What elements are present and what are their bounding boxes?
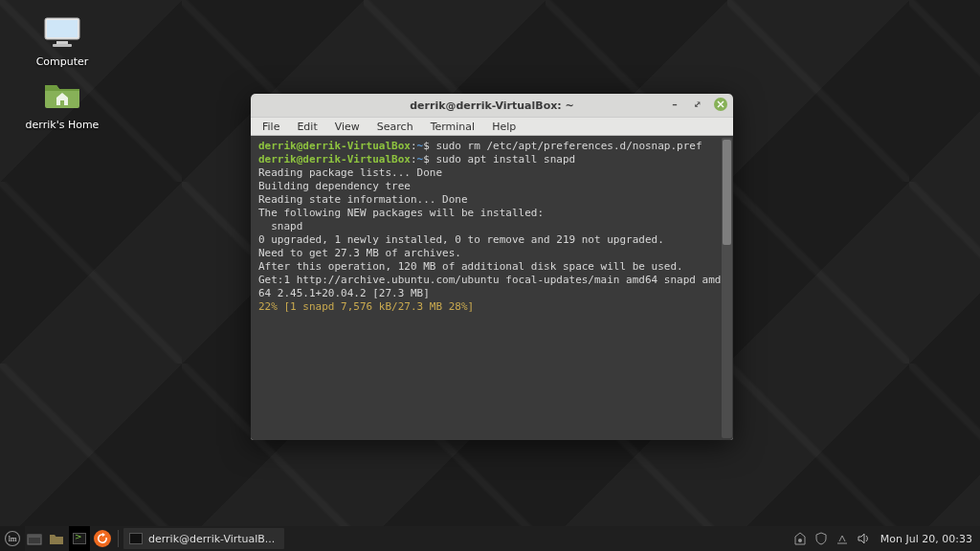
menu-view[interactable]: View [327,119,368,135]
window-titlebar[interactable]: derrik@derrik-VirtualBox: ~ – ⤢ [251,94,733,117]
terminal-launcher[interactable] [69,526,90,551]
menu-help[interactable]: Help [484,119,523,135]
folder-icon [42,77,82,115]
scrollbar[interactable] [722,138,732,438]
terminal-output: derrik@derrik-VirtualBox:~$ sudo rm /etc… [258,140,727,314]
close-button[interactable] [714,98,727,111]
update-manager-launcher[interactable] [94,530,111,547]
svg-text:lm: lm [9,535,17,543]
tray-shield-icon[interactable] [813,531,829,546]
terminal-body[interactable]: derrik@derrik-VirtualBox:~$ sudo rm /etc… [251,136,733,440]
svg-rect-2 [56,41,68,44]
taskbar: lm derrik@derrik-VirtualB... [0,526,980,551]
computer-icon [42,13,82,52]
desktop-icon-label: derrik's Home [21,119,103,131]
start-menu-button[interactable]: lm [0,526,25,551]
svg-rect-7 [28,535,41,538]
tray-network-icon[interactable] [835,531,850,546]
menu-file[interactable]: File [255,119,287,135]
desktop-icon-label: Computer [21,55,103,68]
tray-update-icon[interactable] [792,531,808,546]
taskbar-left: lm derrik@derrik-VirtualB... [0,526,284,551]
svg-rect-1 [47,20,78,37]
taskbar-window-label: derrik@derrik-VirtualB... [148,533,275,545]
window-title: derrik@derrik-VirtualBox: ~ [410,99,574,112]
taskbar-clock[interactable]: Mon Jul 20, 00:33 [880,533,972,545]
system-tray: Mon Jul 20, 00:33 [792,526,980,551]
menu-search[interactable]: Search [369,119,421,135]
show-desktop-button[interactable] [25,526,44,551]
menu-bar: File Edit View Search Terminal Help [251,117,733,136]
taskbar-window-button[interactable]: derrik@derrik-VirtualB... [123,528,284,549]
scrollbar-thumb[interactable] [723,140,731,245]
window-controls: – ⤢ [668,98,727,111]
terminal-window: derrik@derrik-VirtualBox: ~ – ⤢ File Edi… [251,94,733,440]
svg-point-8 [798,539,802,542]
menu-terminal[interactable]: Terminal [423,119,483,135]
minimize-button[interactable]: – [668,98,681,111]
taskbar-separator [118,530,119,547]
tray-volume-icon[interactable] [856,531,871,546]
files-launcher[interactable] [44,526,69,551]
maximize-button[interactable]: ⤢ [691,98,704,111]
svg-rect-3 [53,44,72,47]
desktop-icon-computer[interactable]: Computer [21,13,103,68]
desktop-icon-home[interactable]: derrik's Home [21,77,103,131]
menu-edit[interactable]: Edit [289,119,324,135]
terminal-icon [129,533,143,544]
